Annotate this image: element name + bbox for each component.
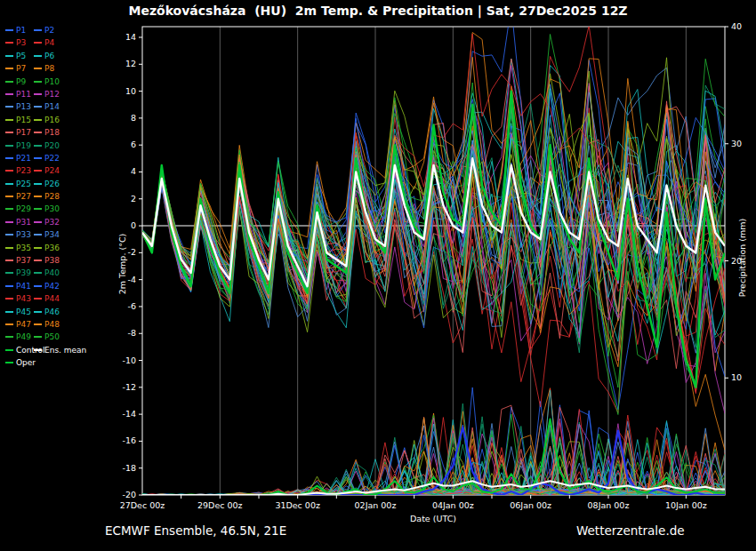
legend-member-P11: P11: [5, 90, 32, 99]
data-lines: [142, 6, 725, 496]
legend-label: P17: [16, 128, 31, 137]
legend-label: P30: [44, 204, 60, 213]
legend-line-swatch: [34, 234, 42, 236]
legend-line-swatch: [34, 323, 42, 325]
legend-label: P12: [44, 90, 60, 99]
legend-label: P43: [16, 294, 31, 303]
y-left-tick-label: -2: [128, 247, 136, 257]
plot-svg: -20-18-16-14-12-10-8-6-4-202468101214102…: [0, 0, 756, 551]
legend-label: P1: [16, 26, 26, 35]
member-precip-line: [142, 425, 725, 496]
legend-member-P50: P50: [34, 332, 64, 341]
legend-label: P48: [44, 320, 60, 329]
legend-label: P44: [44, 294, 60, 303]
x-axis-label: Date (UTC): [410, 514, 456, 523]
legend-label: P7: [16, 64, 26, 73]
legend-line-swatch: [5, 285, 13, 287]
legend-label: P9: [16, 77, 26, 86]
legend-line-swatch: [5, 311, 13, 313]
legend-label: P50: [44, 332, 60, 341]
legend-label: P39: [16, 268, 31, 277]
legend-label: P35: [16, 244, 31, 252]
legend-label: P25: [16, 180, 31, 188]
legend-line-swatch: [5, 183, 13, 185]
legend-member-P48: P48: [34, 320, 64, 329]
legend-member-P43: P43: [5, 294, 32, 303]
legend-member-P6: P6: [34, 52, 64, 60]
legend-member-P44: P44: [34, 294, 64, 303]
legend-member-P35: P35: [5, 244, 32, 252]
legend-label: P10: [44, 77, 60, 86]
legend-member-P5: P5: [5, 52, 32, 60]
legend-member-P42: P42: [34, 282, 64, 291]
legend-label: P3: [16, 38, 26, 47]
y-left-tick-label: -12: [122, 382, 136, 392]
legend-member-P23: P23: [5, 166, 32, 175]
legend-line-swatch: [5, 260, 13, 261]
legend-label: P24: [44, 166, 60, 175]
legend-member-P26: P26: [34, 180, 64, 188]
legend-member-P19: P19: [5, 141, 32, 150]
legend-line-swatch: [34, 145, 42, 147]
member-precip-line: [142, 424, 725, 495]
legend-member-P10: P10: [34, 77, 64, 86]
legend-member-P27: P27: [5, 192, 32, 201]
y-left-tick-label: -6: [128, 301, 136, 311]
legend-member-P33: P33: [5, 230, 32, 239]
legend-member-P24: P24: [34, 166, 64, 175]
legend-line-swatch: [34, 68, 42, 69]
y-axis-label-right: Precipitation (mm): [737, 219, 747, 297]
legend-line-swatch: [34, 311, 42, 313]
legend-member-P45: P45: [5, 307, 32, 316]
member-precip-line: [142, 390, 725, 495]
legend-member-P37: P37: [5, 256, 32, 265]
legend-line-swatch: [5, 119, 13, 121]
legend-line-swatch: [5, 55, 13, 57]
legend-member-P3: P3: [5, 38, 32, 47]
legend-line-swatch: [34, 183, 42, 185]
legend-line-swatch: [5, 170, 13, 172]
legend-member-P22: P22: [34, 154, 64, 163]
legend-label: P33: [16, 230, 31, 239]
legend-member-P32: P32: [34, 218, 64, 227]
legend-label: P49: [16, 332, 31, 341]
legend-line-swatch: [34, 170, 42, 172]
chart-title: Mezőkovácsháza (HU) 2m Temp. & Precipita…: [0, 4, 756, 18]
legend-line-swatch: [5, 336, 13, 338]
legend-line-swatch: [5, 81, 13, 83]
legend-label: P36: [44, 244, 60, 252]
legend-control: Control: [5, 346, 32, 355]
legend-member-P31: P31: [5, 218, 32, 227]
legend-label: P37: [16, 256, 31, 265]
y-left-tick-label: -16: [122, 435, 136, 445]
legend-label: P47: [16, 320, 31, 329]
legend-line-swatch: [34, 260, 42, 261]
legend-member-P20: P20: [34, 141, 64, 150]
legend-line-swatch: [5, 272, 13, 274]
legend-member-P41: P41: [5, 282, 32, 291]
x-tick-label: 08Jan 00z: [588, 500, 630, 510]
member-precip-line: [142, 427, 725, 495]
legend-member-P16: P16: [34, 116, 64, 124]
y-left-tick-label: 0: [131, 220, 136, 230]
legend-label: P28: [44, 192, 60, 201]
legend-line-swatch: [34, 106, 42, 108]
legend-label: P45: [16, 307, 31, 316]
blue-precip-line: [142, 427, 725, 495]
y-left-tick-label: 10: [125, 86, 136, 96]
x-tick-label: 31Dec 00z: [275, 500, 320, 510]
legend-line-swatch: [34, 42, 42, 44]
legend-label: P6: [44, 52, 54, 60]
member-precip-line: [142, 427, 725, 495]
legend-member-P18: P18: [34, 128, 64, 137]
legend-oper: Oper: [5, 358, 32, 367]
legend-label: P32: [44, 218, 60, 227]
y-left-tick-label: 8: [131, 113, 136, 123]
legend-line-swatch: [5, 29, 13, 31]
legend-line-swatch: [5, 196, 13, 197]
legend-line-swatch: [34, 247, 42, 249]
x-tick-label: 02Jan 00z: [355, 500, 397, 510]
legend-label: P22: [44, 154, 60, 163]
legend-member-P34: P34: [34, 230, 64, 239]
y-left-tick-label: -14: [122, 409, 136, 419]
